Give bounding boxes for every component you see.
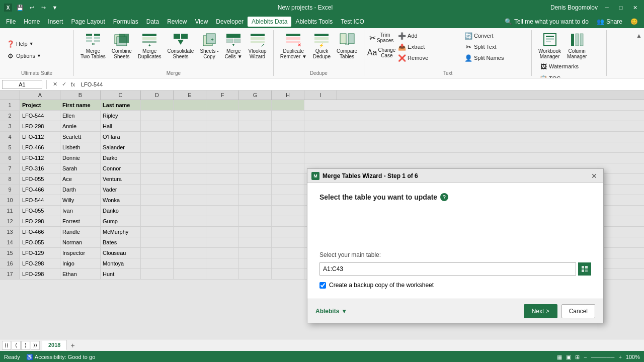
svg-rect-4	[94, 37, 100, 39]
merge-duplicates-icon: ✦	[141, 32, 157, 48]
backup-label: Create a backup copy of the worksheet	[329, 282, 434, 289]
table-range-input[interactable]	[319, 262, 576, 276]
options-icon: ⚙	[7, 52, 15, 60]
menu-data[interactable]: Data	[142, 17, 163, 27]
menu-view[interactable]: View	[191, 17, 212, 27]
backup-checkbox[interactable]	[319, 282, 326, 289]
menu-insert[interactable]: Insert	[44, 17, 67, 27]
watermarks-button[interactable]: 🖼 Watermarks	[537, 61, 602, 72]
menu-review[interactable]: Review	[163, 17, 191, 27]
column-manager-button[interactable]: Column Manager	[565, 30, 589, 61]
sheet-nav-prev[interactable]: ⟨	[12, 341, 21, 350]
status-accessibility: ♿ Accessibility: Good to go	[26, 354, 95, 360]
svg-text:↗: ↗	[261, 42, 265, 48]
change-case-button[interactable]: Aa Change Case	[368, 45, 394, 60]
dialog-body: Select the table you want to update ? Se…	[307, 183, 603, 299]
menu-ablebits-data[interactable]: Ablebits Data	[248, 17, 291, 27]
sheet-tab-2018[interactable]: 2018	[42, 340, 67, 350]
add-sheet-button[interactable]: +	[68, 341, 77, 350]
menu-home[interactable]: Home	[20, 17, 44, 27]
menu-file[interactable]: File	[2, 17, 20, 27]
cancel-formula-button[interactable]: ✕	[51, 80, 59, 88]
svg-rect-47	[585, 266, 588, 268]
status-page-layout[interactable]: ▦	[557, 354, 562, 360]
save-button[interactable]: 💾	[15, 3, 25, 13]
undo-button[interactable]: ↩	[27, 3, 37, 13]
ablebits-brand[interactable]: Ablebits ▼	[315, 308, 347, 315]
merge-two-tables-button[interactable]: ⇔ Merge Two Tables	[78, 30, 108, 61]
split-names-icon: 👤	[464, 54, 472, 62]
add-button[interactable]: ➕ Add	[395, 30, 461, 41]
sheet-nav-first[interactable]: ⟨⟨	[2, 341, 11, 350]
dialog-close-button[interactable]: ✕	[589, 171, 599, 181]
status-ready: Ready	[4, 354, 20, 360]
svg-rect-28	[286, 34, 300, 36]
minimize-button[interactable]: ─	[602, 3, 612, 13]
svg-rect-33	[314, 37, 329, 40]
svg-rect-49	[585, 269, 588, 272]
menu-developer[interactable]: Developer	[212, 17, 248, 27]
split-text-button[interactable]: ✂ Split Text	[462, 41, 527, 52]
restore-button[interactable]: □	[616, 3, 626, 13]
formula-input: LFO-544	[79, 81, 642, 87]
sheet-tabs: ⟨⟨ ⟨ ⟩ ⟩⟩ 2018 +	[0, 339, 644, 351]
menu-test-ico[interactable]: Test ICO	[337, 17, 368, 27]
convert-button[interactable]: 🔄 Convert	[462, 30, 527, 41]
convert-icon: 🔄	[464, 32, 472, 40]
close-button[interactable]: ✕	[630, 3, 640, 13]
select-range-button[interactable]	[578, 262, 591, 276]
status-zoom-in[interactable]: +	[618, 354, 621, 360]
combine-sheets-button[interactable]: Combine Sheets	[109, 30, 134, 61]
svg-marker-16	[178, 40, 184, 45]
menu-formulas[interactable]: Formulas	[109, 17, 142, 27]
status-left: Ready ♿ Accessibility: Good to go	[4, 354, 95, 360]
toc-button[interactable]: 📋 TOC	[537, 73, 602, 78]
consolidate-sheets-button[interactable]: Consolidate Sheets	[165, 30, 197, 61]
status-normal[interactable]: ⊞	[575, 354, 580, 360]
svg-rect-45	[580, 34, 583, 46]
split-text-icon: ✂	[464, 43, 472, 51]
merge-cells-button[interactable]: ▼ Merge Cells ▼	[222, 30, 245, 61]
dialog-titlebar: M Merge Tables Wizard - Step 1 of 6 ✕	[307, 169, 603, 183]
sheet-nav-next[interactable]: ⟩	[21, 341, 30, 350]
vlookup-wizard-button[interactable]: ↗ Vlookup Wizard	[246, 30, 269, 61]
remove-button[interactable]: ❌ Remove	[395, 52, 461, 63]
share-button[interactable]: 👥 Share	[593, 17, 626, 27]
menu-ablebits-tools[interactable]: Ablebits Tools	[291, 17, 337, 27]
redo-button[interactable]: ↪	[38, 3, 48, 13]
ribbon-group-manage: Workbook Manager Column Manager	[532, 30, 607, 76]
menu-page-layout[interactable]: Page Layout	[67, 17, 109, 27]
help-button[interactable]: ❓ Help ▼	[4, 38, 69, 49]
extract-button[interactable]: 📤 Extract	[395, 41, 461, 52]
dialog-help-icon[interactable]: ?	[440, 193, 448, 201]
ribbon-group-dedupe: ✕ Duplicate Remover ▼ ⚡	[274, 30, 364, 76]
duplicate-remover-button[interactable]: ✕ Duplicate Remover ▼	[278, 30, 309, 61]
workbook-manager-button[interactable]: Workbook Manager	[536, 30, 564, 61]
insert-function-button[interactable]: fx	[69, 80, 77, 88]
options-button[interactable]: ⚙ Options ▼	[4, 50, 69, 61]
next-button[interactable]: Next >	[524, 304, 557, 318]
main-table-label: Select your main table:	[319, 251, 591, 258]
sheet-nav-last[interactable]: ⟩⟩	[31, 341, 40, 350]
svg-rect-0	[86, 34, 92, 36]
status-page-break[interactable]: ▣	[566, 354, 571, 360]
trim-spaces-button[interactable]: ✂ Trim Spaces	[368, 30, 394, 45]
svg-text:+: +	[211, 37, 214, 42]
split-names-button[interactable]: 👤 Split Names	[462, 52, 527, 63]
ribbon-group-ultimate-suite: ❓ Help ▼ ⚙ Options ▼ Ultimate Suite	[0, 30, 74, 76]
quick-access-toolbar: 💾 ↩ ↪ ▼	[15, 3, 60, 13]
tell-me-input[interactable]: 🔍 Tell me what you want to do	[501, 17, 593, 27]
compare-tables-button[interactable]: ⇔ Compare Tables	[334, 30, 360, 61]
quick-dedupe-button[interactable]: ⚡ Quick Dedupe	[310, 30, 333, 61]
svg-rect-3	[94, 34, 100, 36]
status-zoom-out[interactable]: −	[584, 354, 587, 360]
copy-sheets-button[interactable]: + Sheets - Copy	[197, 30, 221, 61]
ribbon-collapse-button[interactable]: ▲	[634, 30, 644, 76]
customize-qat-button[interactable]: ▼	[50, 3, 60, 13]
merge-duplicates-button[interactable]: ✦ Merge Duplicates	[135, 30, 164, 61]
status-zoom-slider[interactable]: ──────	[591, 354, 615, 360]
column-manager-icon	[569, 32, 585, 48]
cancel-button[interactable]: Cancel	[561, 304, 595, 318]
name-box[interactable]	[2, 80, 42, 89]
confirm-formula-button[interactable]: ✓	[60, 80, 68, 88]
